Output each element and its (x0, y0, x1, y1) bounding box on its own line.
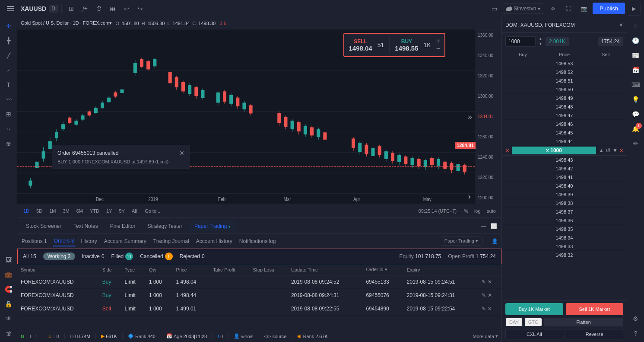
rank-indicator[interactable]: 🔷 Rank 440 (128, 333, 155, 339)
dom-price-row[interactable]: 1498.33 (502, 242, 627, 251)
alerts-button[interactable]: 🔔 1 (629, 122, 643, 136)
tab-strategy-tester[interactable]: Strategy Tester (142, 221, 187, 231)
more-data-button[interactable]: More data ▾ (473, 333, 498, 339)
dom-price-row[interactable]: 1498.52 (502, 68, 627, 77)
dom-qty-input[interactable] (505, 36, 536, 47)
dom-x-badge[interactable]: ✕ (505, 148, 509, 153)
undo-button[interactable]: ↩ (121, 3, 133, 15)
tab-stock-screener[interactable]: Stock Screener (21, 221, 67, 231)
chat-button[interactable]: 💬 (629, 107, 643, 121)
paper-trading-selector[interactable]: Paper Trading ▾ (440, 237, 483, 246)
news-button[interactable]: 📰 (629, 48, 643, 62)
dom-price-row[interactable]: 1498.46 (502, 120, 627, 128)
dom-scroll-down[interactable]: ▼ (612, 147, 618, 153)
dom-cancel-badge[interactable]: ✕ (619, 148, 623, 153)
menu-button[interactable] (3, 2, 17, 16)
dom-price-row[interactable]: 1498.40 (502, 182, 627, 190)
dom-price-row[interactable]: 1498.34 (502, 233, 627, 242)
col-order-id[interactable]: Order Id ▾ (362, 264, 403, 275)
dom-price-row[interactable]: 1498.49 (502, 94, 627, 102)
chart-settings-button[interactable]: ⚙ (546, 2, 560, 16)
timeframe-5d[interactable]: 5D (34, 208, 45, 214)
timeframe-3m[interactable]: 3M (60, 208, 72, 214)
dom-price-row[interactable]: 1498.47 (502, 111, 627, 120)
cloud-save-button[interactable]: Sinvestvn ▾ (502, 3, 544, 14)
eye-tool[interactable]: 👁 (2, 312, 16, 326)
dom-buy-market-button[interactable]: Buy 1K Market (505, 303, 563, 315)
qty-plus-button[interactable]: + (436, 38, 440, 45)
order-popup-close-button[interactable]: ✕ (179, 150, 184, 157)
help-button[interactable]: ? (629, 326, 643, 340)
row1-actions[interactable]: ✎ ✕ (478, 275, 501, 289)
timeframe-all[interactable]: All (129, 208, 140, 214)
dom-price-row[interactable]: 1498.43 (502, 156, 627, 164)
dom-day-button[interactable]: DAY (505, 318, 523, 326)
layout-button[interactable]: ▭ (488, 3, 500, 15)
dom-scroll-up[interactable]: ▲ (599, 147, 604, 153)
maximize-panel-button[interactable]: ⬜ (489, 222, 498, 230)
dom-price-row[interactable]: 1498.32 (502, 251, 627, 259)
compare-button[interactable]: ⊞ (65, 3, 77, 15)
timeframe-ytd[interactable]: YTD (87, 208, 102, 214)
settings-icon-button[interactable]: ⚙ (629, 312, 643, 326)
col-type[interactable]: Type (121, 264, 146, 275)
chart-canvas[interactable]: Dec 2019 Feb Mar Apr May Order 69455013 … (17, 29, 476, 204)
symbol-name[interactable]: XAUUSD (21, 5, 46, 12)
age-indicator[interactable]: 📅 Age 2003|11|28 (166, 333, 207, 339)
publish-button[interactable]: Publish (593, 3, 625, 14)
log-scale-button[interactable]: log (472, 208, 483, 214)
user-icon-button[interactable]: 👤 (492, 238, 498, 244)
dom-price-row[interactable]: 1498.41 (502, 173, 627, 182)
line-tool[interactable]: ╱ (2, 48, 16, 62)
dom-cxl-all-button[interactable]: CXL All (505, 329, 563, 339)
clock-button[interactable]: 🕐 (629, 34, 643, 48)
tab-paper-trading[interactable]: Paper Trading ● (189, 221, 236, 231)
alert-button[interactable]: ⏱ (93, 3, 105, 15)
percent-scale-button[interactable]: % (462, 208, 470, 214)
calculator-button[interactable]: ⌨ (629, 78, 643, 92)
dom-price-table[interactable]: 1498.53 1498.52 1498.51 1498.50 1498.49 … (502, 59, 627, 300)
filter-rejected[interactable]: Rejected 0 (180, 253, 205, 259)
dom-refresh-button[interactable]: ↺ (606, 147, 611, 154)
filter-working[interactable]: Working 3 (43, 253, 75, 260)
tab-text-notes[interactable]: Text Notes (68, 221, 103, 231)
i-indicator[interactable]: I (30, 334, 31, 339)
filter-inactive[interactable]: Inactive 0 (82, 253, 105, 259)
crosshair-tool[interactable]: ╋ (2, 34, 16, 48)
trade-tool[interactable]: 💼 (2, 268, 16, 281)
fullscreen-button[interactable]: ⛶ (562, 2, 575, 16)
dom-price-row[interactable]: 1498.48 (502, 102, 627, 111)
magnet-tool[interactable]: 🧲 (2, 282, 16, 296)
ld-indicator[interactable]: LD 8.74M (70, 334, 91, 339)
dom-price-row[interactable]: 1498.35 (502, 225, 627, 233)
dom-2001k-button[interactable]: 2.001K (546, 37, 569, 46)
filter-all[interactable]: All 15 (23, 253, 36, 259)
dom-price-row[interactable]: 1498.44 (502, 137, 627, 146)
trash-tool[interactable]: 🗑 (2, 326, 16, 340)
subtab-notifications-log[interactable]: Notifications log (238, 237, 277, 246)
ol-indicator[interactable]: ○ L 0 (48, 334, 59, 339)
replay-button[interactable]: ⏮ (107, 3, 119, 15)
goto-button[interactable]: Go to... (141, 208, 164, 214)
subtab-history[interactable]: History (80, 237, 98, 246)
timeframe-6m[interactable]: 6M (74, 208, 86, 214)
orders-table-container[interactable]: Symbol Side Type Qty Price Take Profit S… (17, 264, 501, 316)
dom-sell-market-button[interactable]: Sell 1K Market (566, 303, 624, 315)
interval-badge[interactable]: D (49, 5, 58, 13)
zoom-tool[interactable]: ⊕ (2, 137, 16, 150)
dom-price-row[interactable]: 1498.50 (502, 85, 627, 94)
row2-actions[interactable]: ✎ ✕ (478, 289, 501, 302)
play-button[interactable]: ▶ (627, 2, 641, 16)
volume-indicator[interactable]: ▶ 661K (101, 333, 117, 339)
col-expiry[interactable]: Expiry (403, 264, 479, 275)
dom-price-row[interactable]: 1498.53 (502, 59, 627, 68)
dom-price-row[interactable]: 1498.37 (502, 208, 627, 216)
cursor-tool[interactable]: ✛ (2, 19, 16, 33)
filter-cancelled[interactable]: Cancelled 1 (140, 253, 172, 260)
scroll-right-arrow[interactable]: » (468, 112, 472, 121)
image-tool[interactable]: 🖼 (2, 253, 16, 267)
col-stop-loss[interactable]: Stop Loss (249, 264, 287, 275)
auto-scale-button[interactable]: auto (485, 208, 498, 214)
dom-price-row[interactable]: 1498.42 (502, 164, 627, 173)
lock-tool[interactable]: 🔒 (2, 297, 16, 311)
